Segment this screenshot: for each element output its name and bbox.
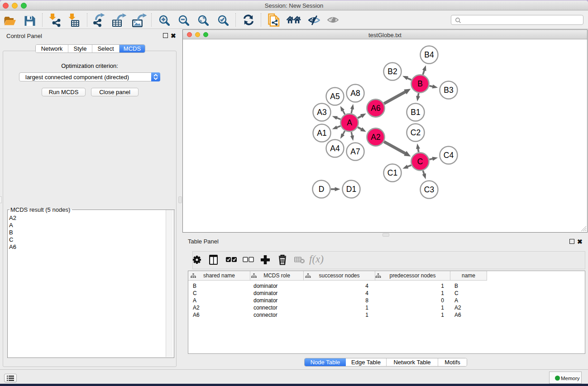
svg-text:C: C	[417, 157, 423, 166]
svg-text:A2: A2	[371, 133, 380, 142]
svg-text:A8: A8	[350, 89, 360, 98]
svg-text:C3: C3	[424, 185, 434, 194]
svg-text:C1: C1	[387, 168, 397, 177]
svg-text:B4: B4	[424, 50, 434, 59]
svg-text:C4: C4	[444, 151, 454, 160]
svg-text:A7: A7	[350, 147, 360, 156]
svg-text:A6: A6	[371, 104, 380, 113]
svg-text:B: B	[417, 79, 423, 88]
svg-text:A: A	[347, 118, 352, 127]
svg-text:D: D	[319, 185, 325, 194]
svg-text:C2: C2	[411, 128, 421, 137]
svg-text:A4: A4	[330, 144, 340, 153]
svg-text:B1: B1	[411, 108, 420, 117]
svg-text:A5: A5	[330, 92, 339, 101]
svg-text:A3: A3	[317, 108, 326, 117]
svg-text:B3: B3	[444, 86, 453, 95]
svg-text:B2: B2	[387, 67, 397, 76]
svg-text:D1: D1	[346, 185, 356, 194]
svg-text:A1: A1	[317, 129, 326, 138]
